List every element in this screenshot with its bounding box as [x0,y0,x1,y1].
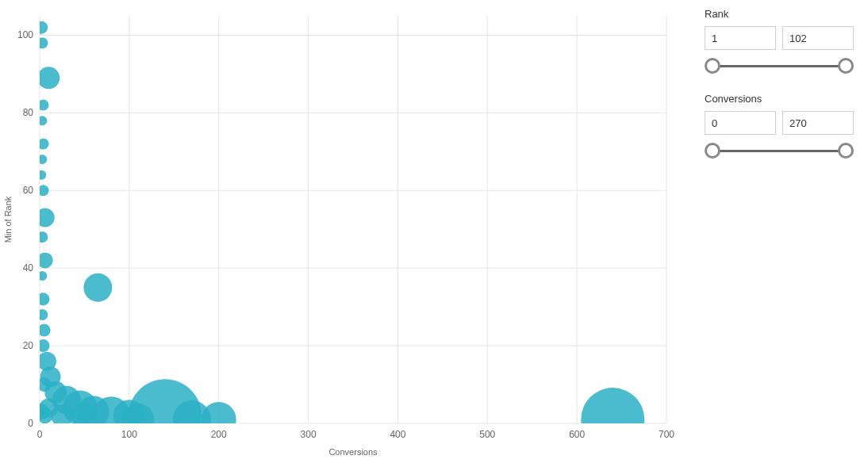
svg-text:200: 200 [211,429,227,440]
slider-handle-max[interactable] [838,58,854,74]
filter-rank-inputs [705,26,854,50]
svg-text:20: 20 [23,340,34,351]
svg-point-42 [83,274,112,302]
svg-point-38 [36,209,55,228]
slider-handle-max[interactable] [838,143,854,159]
svg-text:400: 400 [390,429,405,440]
svg-point-36 [36,170,46,180]
svg-point-41 [37,271,47,281]
filter-rank-title: Rank [705,8,854,20]
filter-conversions-title: Conversions [705,93,854,105]
svg-point-35 [37,155,47,164]
svg-text:80: 80 [23,107,34,118]
filter-conversions: Conversions [705,93,854,159]
slider-track [712,150,846,152]
svg-text:700: 700 [659,429,674,440]
svg-text:100: 100 [17,29,33,40]
filter-conversions-slider[interactable] [712,143,846,159]
svg-text:0: 0 [28,418,33,429]
svg-point-29 [35,21,48,34]
filters-panel: Rank Conversions [690,0,868,463]
svg-point-45 [38,324,51,337]
svg-point-39 [36,232,48,243]
slider-track [712,65,846,67]
svg-point-65 [173,400,211,438]
svg-text:Min of Rank: Min of Rank [3,196,13,243]
svg-text:100: 100 [121,429,137,440]
filter-rank-max-input[interactable] [782,26,854,50]
svg-text:300: 300 [301,429,317,440]
svg-point-63 [71,403,97,428]
filter-rank-min-input[interactable] [705,26,776,50]
svg-text:40: 40 [23,262,34,274]
svg-point-31 [37,67,60,89]
svg-text:500: 500 [479,429,495,440]
svg-point-59 [581,388,644,451]
svg-point-46 [37,339,50,352]
filter-conversions-max-input[interactable] [782,111,854,135]
scatter-chart: 0204060801000100200300400500600700Conver… [0,0,690,463]
chart-area: 0204060801000100200300400500600700Conver… [0,0,690,463]
svg-point-30 [36,37,48,48]
slider-handle-min[interactable] [705,143,720,159]
svg-text:0: 0 [37,429,43,440]
svg-point-44 [36,309,48,320]
filter-conversions-min-input[interactable] [705,111,776,135]
svg-point-43 [37,293,50,305]
svg-text:Conversions: Conversions [328,447,378,457]
svg-point-33 [37,116,47,125]
filter-rank-slider[interactable] [712,58,846,74]
filter-conversions-inputs [705,111,854,135]
svg-text:60: 60 [23,185,34,196]
slider-handle-min[interactable] [705,58,720,74]
svg-text:600: 600 [569,429,585,440]
filter-rank: Rank [705,8,854,74]
